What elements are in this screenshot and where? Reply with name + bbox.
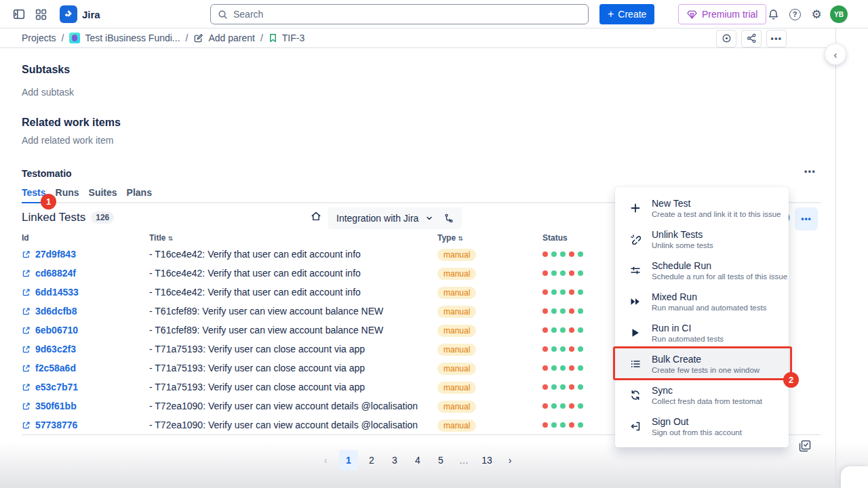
corner-widget bbox=[841, 466, 868, 488]
multi-select-icon[interactable] bbox=[799, 440, 811, 452]
branch-icon[interactable] bbox=[444, 214, 454, 223]
app-switcher-icon[interactable] bbox=[33, 6, 49, 22]
test-title: - T61cfef89: Verify user can view accoun… bbox=[149, 325, 437, 336]
share-icon[interactable] bbox=[741, 30, 762, 47]
more-actions-icon[interactable]: ••• bbox=[766, 30, 787, 47]
test-id-link[interactable]: 6eb06710 bbox=[35, 325, 78, 336]
help-icon[interactable]: ? bbox=[787, 6, 803, 22]
jira-home-link[interactable]: Jira bbox=[60, 5, 100, 23]
test-type-badge: manual bbox=[437, 401, 476, 413]
test-id-link[interactable]: cd68824f bbox=[35, 268, 76, 279]
testomatio-actions-menu: New TestCreate a test and link it it to … bbox=[615, 187, 789, 447]
tab-plans[interactable]: Plans bbox=[127, 187, 152, 198]
bulk-list-icon bbox=[629, 359, 642, 369]
project-selector-dropdown[interactable]: Integration with Jira bbox=[328, 207, 462, 229]
test-type-badge: manual bbox=[437, 287, 476, 299]
sidebar-toggle-icon[interactable] bbox=[11, 6, 27, 22]
external-link-icon bbox=[22, 250, 31, 259]
sliders-icon bbox=[629, 265, 642, 276]
bookmark-icon bbox=[269, 33, 277, 43]
test-title: - T71a75193: Verify user can close accou… bbox=[149, 363, 437, 373]
pagination-page[interactable]: 13 bbox=[477, 450, 496, 470]
breadcrumb-issue-key[interactable]: TIF-3 bbox=[269, 33, 304, 43]
menu-item-sync[interactable]: SyncCollect fresh data from testomat bbox=[615, 380, 789, 411]
watch-icon[interactable] bbox=[716, 30, 736, 47]
add-related-work-item-button[interactable]: Add related work item bbox=[22, 135, 113, 146]
external-link-icon bbox=[22, 326, 31, 335]
subtasks-heading: Subtasks bbox=[22, 64, 70, 76]
home-icon[interactable] bbox=[311, 211, 321, 222]
menu-item-mixed-run[interactable]: Mixed RunRun manual and automated tests bbox=[615, 286, 789, 317]
pagination-ellipsis: … bbox=[454, 450, 473, 470]
add-parent-button[interactable]: Add parent bbox=[193, 33, 255, 43]
test-id-link[interactable]: f2c58a6d bbox=[35, 363, 76, 373]
page: Jira + Create Premium trial ? ⚙ YB bbox=[0, 0, 868, 488]
annotation-step-2: 2 bbox=[783, 372, 799, 388]
sort-icon: ⇅ bbox=[167, 235, 173, 242]
menu-item-unlink-tests[interactable]: Unlink TestsUnlink some tests bbox=[615, 224, 789, 255]
testomatio-more-icon[interactable]: ••• bbox=[804, 167, 816, 176]
top-navigation-bar: Jira + Create Premium trial ? ⚙ YB bbox=[0, 0, 868, 28]
test-id-link[interactable]: 350f61bb bbox=[35, 401, 77, 411]
global-search[interactable] bbox=[210, 4, 589, 24]
test-title: - T16ce4e42: Verify that user can edit a… bbox=[149, 249, 437, 260]
menu-item-sign-out[interactable]: Sign OutSign out from this account bbox=[615, 411, 789, 442]
col-type[interactable]: Type⇅ bbox=[437, 233, 542, 243]
related-work-items-heading: Related work items bbox=[22, 117, 121, 129]
linked-tests-count-badge: 126 bbox=[91, 211, 114, 224]
menu-item-run-in-ci[interactable]: Run in CIRun automated tests bbox=[615, 317, 789, 348]
external-link-icon bbox=[22, 269, 31, 278]
test-id-link[interactable]: e53c7b71 bbox=[35, 382, 78, 392]
test-id-link[interactable]: 27d9f843 bbox=[35, 249, 76, 260]
menu-item-new-test[interactable]: New TestCreate a test and link it it to … bbox=[615, 192, 789, 224]
test-type-badge: manual bbox=[437, 420, 476, 432]
search-input[interactable] bbox=[233, 9, 581, 20]
notifications-bell-icon[interactable] bbox=[765, 6, 781, 22]
pagination-page[interactable]: 2 bbox=[362, 450, 381, 470]
pagination-page[interactable]: 1 bbox=[339, 450, 358, 470]
tab-suites[interactable]: Suites bbox=[89, 187, 117, 198]
search-icon bbox=[218, 9, 228, 20]
premium-trial-button[interactable]: Premium trial bbox=[678, 4, 766, 24]
test-type-badge: manual bbox=[437, 344, 476, 356]
jira-logo-icon bbox=[60, 5, 77, 23]
pagination-prev-icon[interactable]: ‹ bbox=[316, 450, 335, 470]
test-id-link[interactable]: 3d6dcfb8 bbox=[35, 306, 77, 317]
test-title: - T16ce4e42: Verify that user can edit a… bbox=[149, 268, 437, 279]
linked-tests-more-button[interactable]: ••• bbox=[795, 207, 818, 230]
test-type-badge: manual bbox=[437, 249, 476, 261]
play-icon bbox=[629, 327, 642, 338]
pagination-page[interactable]: 3 bbox=[385, 450, 404, 470]
settings-gear-icon[interactable]: ⚙ bbox=[808, 6, 825, 22]
breadcrumb-projects[interactable]: Projects bbox=[22, 33, 56, 43]
test-id-link[interactable]: 9d63c2f3 bbox=[35, 344, 76, 354]
breadcrumb: Projects / Test iBusiness Fundi... / Add… bbox=[0, 28, 835, 48]
test-id-link[interactable]: 57738776 bbox=[35, 420, 77, 430]
collapse-panel-button[interactable]: ‹ bbox=[825, 43, 846, 65]
test-type-badge: manual bbox=[437, 382, 476, 394]
test-title: - T61cfef89: Verify user can view accoun… bbox=[149, 306, 437, 317]
pagination-next-icon[interactable]: › bbox=[500, 450, 519, 470]
pagination-page[interactable]: 4 bbox=[408, 450, 427, 470]
test-type-badge: manual bbox=[437, 268, 476, 280]
col-title[interactable]: Title⇅ bbox=[149, 233, 437, 243]
sign-out-icon bbox=[629, 421, 642, 432]
test-type-badge: manual bbox=[437, 363, 476, 375]
fast-forward-icon bbox=[629, 296, 642, 307]
diamond-icon bbox=[687, 10, 697, 19]
sync-icon bbox=[629, 390, 642, 401]
create-button[interactable]: + Create bbox=[599, 4, 654, 24]
external-link-icon bbox=[22, 288, 31, 297]
menu-item-schedule-run[interactable]: Schedule RunSchedule a run for all tests… bbox=[615, 255, 789, 286]
user-avatar[interactable]: YB bbox=[830, 5, 848, 23]
app-title: Jira bbox=[82, 9, 100, 20]
tab-runs[interactable]: Runs bbox=[56, 187, 79, 198]
breadcrumb-project[interactable]: Test iBusiness Fundi... bbox=[69, 33, 180, 43]
add-subtask-button[interactable]: Add subtask bbox=[22, 87, 74, 98]
pagination-page[interactable]: 5 bbox=[431, 450, 450, 470]
menu-item-bulk-create[interactable]: Bulk CreateCreate few tests in one windo… bbox=[615, 348, 789, 380]
test-title: - T16ce4e42: Verify that user can edit a… bbox=[149, 287, 437, 298]
test-id-link[interactable]: 6dd14533 bbox=[35, 287, 79, 298]
test-title: - T71a75193: Verify user can close accou… bbox=[149, 382, 437, 392]
external-link-icon bbox=[22, 307, 31, 316]
